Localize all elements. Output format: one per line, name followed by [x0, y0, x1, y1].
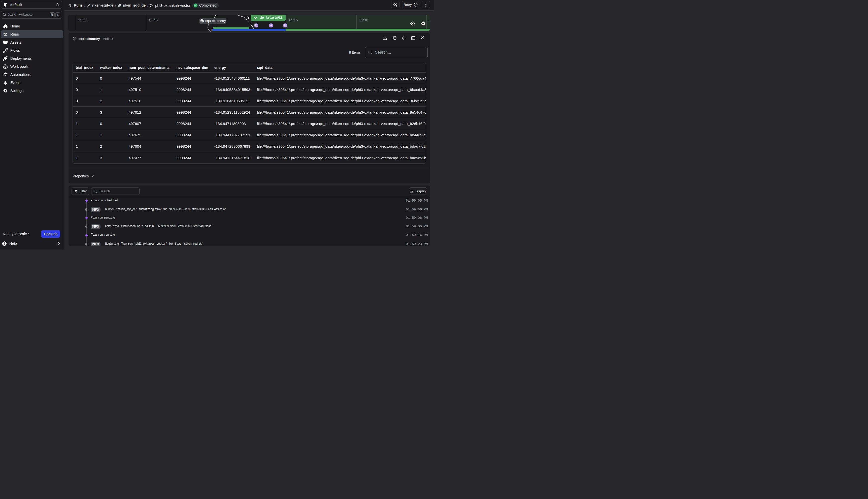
svg-text:?: ? — [3, 242, 5, 245]
